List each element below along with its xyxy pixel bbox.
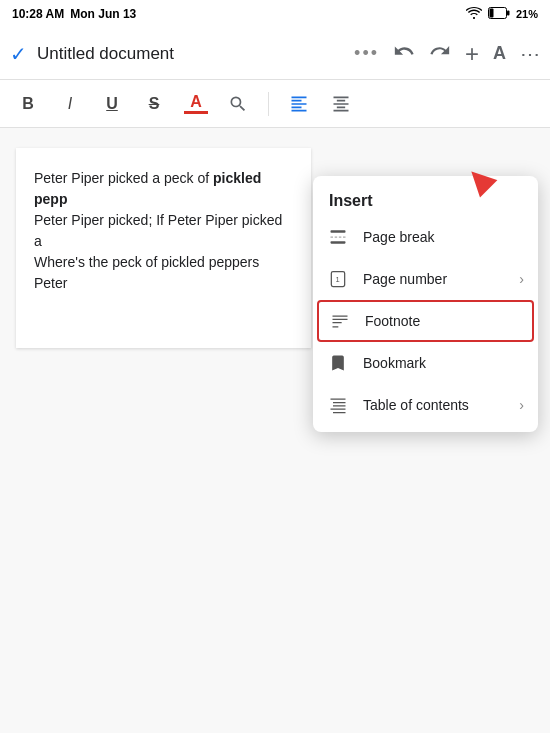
menu-item-footnote[interactable]: Footnote bbox=[317, 300, 534, 342]
doc-area: Peter Piper picked a peck of pickled pep… bbox=[0, 128, 550, 733]
status-bar: 10:28 AM Mon Jun 13 21% bbox=[0, 0, 550, 28]
underline-button[interactable]: U bbox=[100, 95, 124, 113]
bookmark-label: Bookmark bbox=[363, 355, 524, 371]
menu-item-page-break[interactable]: Page break bbox=[313, 216, 538, 258]
menu-item-toc[interactable]: Table of contents › bbox=[313, 384, 538, 426]
svg-rect-1 bbox=[507, 11, 510, 16]
page-break-label: Page break bbox=[363, 229, 524, 245]
strikethrough-button[interactable]: S bbox=[142, 95, 166, 113]
doc-page[interactable]: Peter Piper picked a peck of pickled pep… bbox=[16, 148, 311, 348]
align-center-button[interactable] bbox=[329, 94, 353, 114]
svg-rect-4 bbox=[331, 241, 346, 244]
top-toolbar: ✓ Untitled document ••• + A ⋯ bbox=[0, 28, 550, 80]
page-break-icon bbox=[327, 226, 349, 248]
align-left-button[interactable] bbox=[287, 94, 311, 114]
doc-text-line2: Peter Piper picked; If Peter Piper picke… bbox=[34, 210, 293, 252]
battery-percent: 21% bbox=[516, 8, 538, 20]
page-number-arrow: › bbox=[519, 271, 524, 287]
page-number-icon: 1 bbox=[327, 268, 349, 290]
battery-icon bbox=[488, 7, 510, 21]
redo-icon[interactable] bbox=[429, 40, 451, 67]
font-icon[interactable]: A bbox=[493, 43, 506, 64]
format-divider bbox=[268, 92, 269, 116]
insert-add-icon[interactable]: + bbox=[465, 40, 479, 68]
page-number-label: Page number bbox=[363, 271, 505, 287]
wifi-icon bbox=[466, 7, 482, 21]
toc-label: Table of contents bbox=[363, 397, 505, 413]
svg-rect-2 bbox=[489, 9, 493, 18]
toc-arrow: › bbox=[519, 397, 524, 413]
footnote-label: Footnote bbox=[365, 313, 522, 329]
doc-title: Untitled document bbox=[37, 44, 174, 64]
svg-rect-3 bbox=[331, 230, 346, 233]
footnote-icon bbox=[329, 310, 351, 332]
highlight-button[interactable] bbox=[226, 94, 250, 114]
svg-text:1: 1 bbox=[336, 275, 340, 284]
italic-button[interactable]: I bbox=[58, 95, 82, 113]
toc-icon bbox=[327, 394, 349, 416]
overflow-menu-icon[interactable]: ⋯ bbox=[520, 42, 540, 66]
check-icon[interactable]: ✓ bbox=[10, 42, 27, 66]
bold-button[interactable]: B bbox=[16, 95, 40, 113]
font-color-button[interactable]: A bbox=[184, 93, 208, 114]
menu-item-bookmark[interactable]: Bookmark bbox=[313, 342, 538, 384]
more-options-top-icon: ••• bbox=[354, 43, 379, 64]
bookmark-icon bbox=[327, 352, 349, 374]
menu-header: Insert bbox=[313, 182, 538, 216]
format-toolbar: B I U S A bbox=[0, 80, 550, 128]
insert-dropdown-menu: Insert Page break 1 Page number › bbox=[313, 176, 538, 432]
menu-item-page-number[interactable]: 1 Page number › bbox=[313, 258, 538, 300]
doc-text-line1: Peter Piper picked a peck of pickled pep… bbox=[34, 168, 293, 210]
doc-text-line3: Where's the peck of pickled peppers Pete… bbox=[34, 252, 293, 294]
status-time: 10:28 AM bbox=[12, 7, 64, 21]
status-date: Mon Jun 13 bbox=[70, 7, 136, 21]
undo-icon[interactable] bbox=[393, 40, 415, 67]
